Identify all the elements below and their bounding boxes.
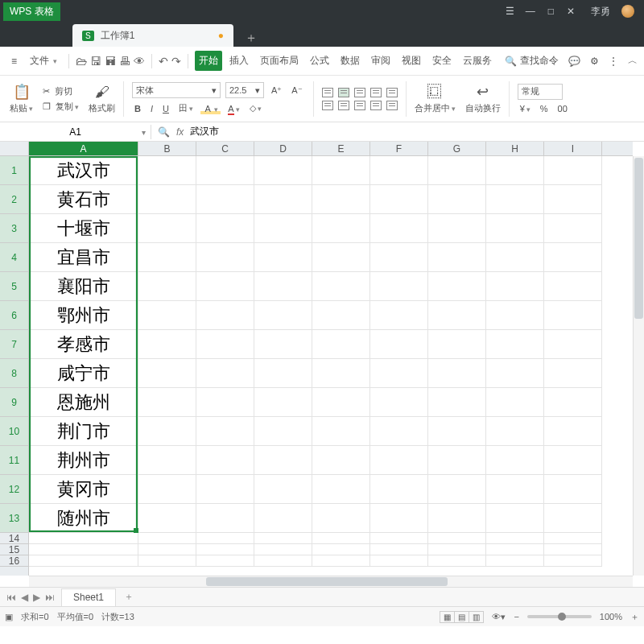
undo-icon[interactable]: ↶ <box>159 55 168 68</box>
cell[interactable] <box>254 446 312 475</box>
col-header-F[interactable]: F <box>370 142 428 155</box>
cell[interactable] <box>312 388 370 417</box>
cell[interactable] <box>138 475 196 504</box>
cell[interactable] <box>544 533 602 544</box>
copy-button[interactable]: 复制 <box>56 101 79 113</box>
cell[interactable] <box>138 388 196 417</box>
cell[interactable]: 鄂州市 <box>29 301 138 330</box>
cell[interactable] <box>312 555 370 567</box>
cell[interactable] <box>370 185 428 214</box>
cell[interactable] <box>486 555 544 567</box>
cell[interactable] <box>29 555 138 567</box>
row-headers[interactable]: 12345678910111213141516 <box>0 156 29 576</box>
cell[interactable] <box>254 533 312 544</box>
cell[interactable]: 武汉市 <box>29 156 138 185</box>
cell[interactable] <box>370 417 428 446</box>
cell[interactable] <box>428 330 486 359</box>
h-scrollbar[interactable] <box>29 576 633 587</box>
row-header[interactable]: 4 <box>0 243 28 272</box>
cell[interactable] <box>196 533 254 544</box>
cell[interactable] <box>196 243 254 272</box>
cell[interactable] <box>486 446 544 475</box>
cell[interactable] <box>196 417 254 446</box>
cell[interactable] <box>428 475 486 504</box>
row-header[interactable]: 16 <box>0 555 28 567</box>
cell[interactable] <box>312 243 370 272</box>
more-icon[interactable]: ⋮ <box>609 56 618 67</box>
row-header[interactable]: 3 <box>0 214 28 243</box>
cell[interactable] <box>486 301 544 330</box>
tab-cloud[interactable]: 云服务 <box>459 51 496 71</box>
comma-button[interactable]: 00 <box>555 103 570 114</box>
cell[interactable] <box>370 504 428 533</box>
cell[interactable] <box>138 185 196 214</box>
minimize-button[interactable]: — <box>526 6 535 17</box>
cell[interactable] <box>486 330 544 359</box>
cell[interactable] <box>138 301 196 330</box>
zoom-slider[interactable] <box>527 615 592 618</box>
tab-layout[interactable]: 页面布局 <box>256 51 303 71</box>
view-mode-buttons[interactable]: ▦▤▥ <box>440 612 484 621</box>
cell[interactable] <box>312 330 370 359</box>
col-header-H[interactable]: H <box>486 142 544 155</box>
cell[interactable] <box>196 185 254 214</box>
close-button[interactable]: ✕ <box>567 6 575 17</box>
v-scroll-thumb[interactable] <box>634 158 643 319</box>
cell[interactable] <box>544 243 602 272</box>
row-header[interactable]: 13 <box>0 504 28 533</box>
new-tab-button[interactable]: ＋ <box>233 30 269 47</box>
maximize-button[interactable]: □ <box>548 6 554 17</box>
cell[interactable] <box>312 475 370 504</box>
number-format-combo[interactable]: 常规 <box>518 84 563 100</box>
cell[interactable] <box>370 272 428 301</box>
format-painter-button[interactable]: 🖌 格式刷 <box>89 84 115 114</box>
cell[interactable] <box>312 446 370 475</box>
cell[interactable] <box>196 214 254 243</box>
row-header[interactable]: 2 <box>0 185 28 214</box>
cell[interactable] <box>254 504 312 533</box>
cell[interactable]: 黄冈市 <box>29 475 138 504</box>
v-align[interactable] <box>322 88 398 97</box>
cell[interactable]: 十堰市 <box>29 214 138 243</box>
file-menu[interactable]: 文件 <box>25 52 62 70</box>
cell[interactable] <box>138 243 196 272</box>
cell[interactable] <box>428 544 486 555</box>
save-as-icon[interactable]: 🖬 <box>105 55 116 68</box>
cell[interactable] <box>544 185 602 214</box>
sheet-first-icon[interactable]: ⏮ <box>6 592 16 603</box>
cell[interactable] <box>486 475 544 504</box>
cell[interactable] <box>486 504 544 533</box>
save-icon[interactable]: 🖫 <box>90 55 101 68</box>
col-header-C[interactable]: C <box>196 142 254 155</box>
cell[interactable]: 孝感市 <box>29 330 138 359</box>
cell[interactable] <box>254 359 312 388</box>
cell[interactable] <box>370 533 428 544</box>
cell[interactable] <box>312 272 370 301</box>
cell[interactable] <box>138 330 196 359</box>
select-all-corner[interactable] <box>0 142 29 156</box>
cell[interactable] <box>544 359 602 388</box>
cell[interactable]: 荆门市 <box>29 417 138 446</box>
currency-button[interactable]: ¥ <box>518 103 533 114</box>
font-name-combo[interactable]: 宋体▾ <box>132 82 221 98</box>
redo-icon[interactable]: ↷ <box>171 55 181 68</box>
font-color-button[interactable]: A <box>225 103 242 114</box>
settings-icon[interactable]: ☰ <box>506 6 514 17</box>
col-header-E[interactable]: E <box>312 142 370 155</box>
cell[interactable] <box>312 417 370 446</box>
cell[interactable] <box>29 544 138 555</box>
border-button[interactable]: 田 <box>176 101 196 115</box>
command-search[interactable]: 🔍 查找命令 <box>505 54 559 68</box>
cell[interactable] <box>312 156 370 185</box>
cell[interactable] <box>428 504 486 533</box>
cell[interactable] <box>254 555 312 567</box>
col-header-D[interactable]: D <box>254 142 312 155</box>
col-header-G[interactable]: G <box>428 142 486 155</box>
hamburger-icon[interactable]: ≡ <box>6 53 22 69</box>
cell[interactable] <box>196 388 254 417</box>
cells-area[interactable]: 武汉市黄石市十堰市宜昌市襄阳市鄂州市孝感市咸宁市恩施州荆门市荆州市黄冈市随州市 <box>29 156 633 576</box>
record-icon[interactable]: ▣ <box>5 612 13 622</box>
cell[interactable] <box>254 544 312 555</box>
italic-button[interactable]: I <box>148 103 155 114</box>
cell[interactable] <box>254 475 312 504</box>
